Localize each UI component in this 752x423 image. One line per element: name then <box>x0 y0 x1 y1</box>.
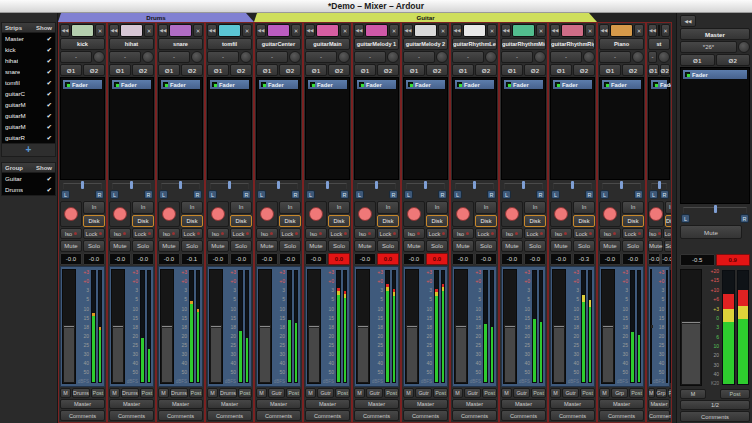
pan-control[interactable]: L R <box>257 181 300 200</box>
solo-lock-button[interactable]: Lock <box>426 228 448 239</box>
pan-control[interactable]: L R <box>649 181 669 200</box>
processor-led-icon[interactable] <box>261 82 266 87</box>
pan-left-label[interactable]: L <box>502 190 511 199</box>
metering-button[interactable]: M <box>109 388 120 398</box>
narrow-strip-icon[interactable]: ◀◀ <box>550 24 560 37</box>
processor-box[interactable]: Fader <box>599 77 644 180</box>
close-icon[interactable]: ✕ <box>144 24 154 37</box>
gain-fader[interactable] <box>405 269 419 384</box>
processor-box[interactable]: Fader <box>60 77 105 180</box>
processor-led-icon[interactable] <box>212 82 217 87</box>
metering-button[interactable]: M <box>452 388 463 398</box>
invert-phase1-button[interactable]: Ø1 <box>550 64 572 76</box>
gain-fader[interactable] <box>62 269 76 384</box>
strip-input-button[interactable]: - <box>599 51 631 63</box>
checkmark-icon[interactable]: ✔ <box>47 57 52 65</box>
comments-button[interactable]: Comments <box>60 410 105 421</box>
monitor-input-button[interactable]: In <box>328 201 350 214</box>
solo-lock-button[interactable]: Lock <box>663 228 672 239</box>
narrow-strip-icon[interactable]: ◀◀ <box>354 24 364 37</box>
strip-input-button[interactable]: - <box>109 51 141 63</box>
close-icon[interactable]: ✕ <box>487 24 497 37</box>
processor-box[interactable]: Fader <box>354 77 399 180</box>
gain-display[interactable]: -0.0 <box>109 253 131 265</box>
pan-position-marker[interactable] <box>228 181 231 189</box>
close-icon[interactable]: ✕ <box>193 24 203 37</box>
invert-phase2-button[interactable]: Ø2 <box>475 64 497 76</box>
window-titlebar[interactable]: *Demo – Mixer – Ardour <box>0 0 752 13</box>
pan-left-label[interactable]: L <box>257 190 266 199</box>
group-button[interactable]: Gutr <box>464 388 481 398</box>
master-peak-display[interactable]: 0.9 <box>716 254 751 266</box>
record-arm-button[interactable] <box>109 201 131 227</box>
processor-box[interactable]: Fader <box>550 77 595 180</box>
monitor-input-button[interactable]: In <box>83 201 105 214</box>
gain-display[interactable]: -0.0 <box>599 253 621 265</box>
output-button[interactable]: Master <box>501 399 546 409</box>
pan-right-label[interactable]: R <box>585 190 594 199</box>
mute-button[interactable]: Mute <box>599 240 621 252</box>
gain-fader[interactable] <box>454 269 468 384</box>
metering-button[interactable]: M <box>403 388 414 398</box>
fader-handle[interactable] <box>63 325 75 328</box>
master-gain-fader[interactable] <box>680 269 702 386</box>
strip-color-chip[interactable] <box>71 24 94 37</box>
output-button[interactable]: Master <box>256 399 301 409</box>
strip-name-button[interactable]: guitarMain <box>305 38 350 50</box>
fader-processor[interactable]: Fader <box>160 79 201 90</box>
fader-processor[interactable]: Fader <box>601 79 642 90</box>
output-button[interactable]: Master <box>109 399 154 409</box>
monitor-input-button[interactable]: In <box>132 201 154 214</box>
meter-point-button[interactable]: Post <box>91 388 105 398</box>
monitor-input-button[interactable]: In <box>475 201 497 214</box>
pan-position-marker[interactable] <box>522 181 525 189</box>
master-fader-processor[interactable]: Fader <box>682 69 748 80</box>
fader-handle[interactable] <box>455 325 467 328</box>
narrow-strip-icon[interactable]: ◀◀ <box>207 24 217 37</box>
monitor-disk-button[interactable]: Disk <box>83 215 105 228</box>
master-name-button[interactable]: Master <box>680 28 750 40</box>
monitor-disk-button[interactable]: Disk <box>573 215 595 228</box>
output-button[interactable]: Master <box>354 399 399 409</box>
gain-display[interactable]: -0.0 <box>207 253 229 265</box>
monitor-disk-button[interactable]: Disk <box>665 215 672 228</box>
fader-handle[interactable] <box>357 325 369 328</box>
processor-box[interactable]: Fader <box>305 77 350 180</box>
pan-position-marker[interactable] <box>375 181 378 189</box>
fader-processor[interactable]: Fader <box>111 79 152 90</box>
record-arm-button[interactable] <box>599 201 621 227</box>
pan-position-marker[interactable] <box>130 181 133 189</box>
strip-input-button[interactable]: - <box>158 51 190 63</box>
strip-name-button[interactable]: guitarRhythmMiddle <box>501 38 546 50</box>
fader-processor[interactable]: Fader <box>454 79 495 90</box>
fader-processor[interactable]: Fader <box>356 79 397 90</box>
pan-left-label[interactable]: L <box>306 190 315 199</box>
record-arm-button[interactable] <box>207 201 229 227</box>
solo-isolate-button[interactable]: Iso <box>452 228 474 239</box>
solo-button[interactable]: Solo <box>83 240 105 252</box>
metering-button[interactable]: M <box>680 389 706 399</box>
invert-phase1-button[interactable]: Ø1 <box>501 64 523 76</box>
trim-knob[interactable] <box>387 51 399 63</box>
gain-display[interactable]: -0.0 <box>403 253 425 265</box>
trim-knob[interactable] <box>583 51 595 63</box>
gain-display[interactable]: -0.0 <box>256 253 278 265</box>
processor-led-icon[interactable] <box>506 82 511 87</box>
solo-isolate-button[interactable]: Iso <box>305 228 327 239</box>
fader-handle[interactable] <box>406 325 418 328</box>
narrow-strip-icon[interactable]: ◀◀ <box>109 24 119 37</box>
pan-position-marker[interactable] <box>658 181 661 189</box>
processor-box[interactable]: Fader <box>501 77 546 180</box>
comments-button[interactable]: Comments <box>354 410 399 421</box>
invert-phase2-button[interactable]: Ø2 <box>524 64 546 76</box>
trim-knob[interactable] <box>142 51 154 63</box>
group-button[interactable]: Drums <box>219 388 237 398</box>
invert-phase1-button[interactable]: Ø1 <box>60 64 82 76</box>
metering-button[interactable]: M <box>599 388 610 398</box>
checkmark-icon[interactable]: ✔ <box>47 101 52 109</box>
solo-lock-button[interactable]: Lock <box>475 228 497 239</box>
group-button[interactable]: Grp <box>656 388 667 398</box>
pan-right-label[interactable]: R <box>144 190 153 199</box>
mute-button[interactable]: Mute <box>207 240 229 252</box>
solo-lock-button[interactable]: Lock <box>181 228 203 239</box>
